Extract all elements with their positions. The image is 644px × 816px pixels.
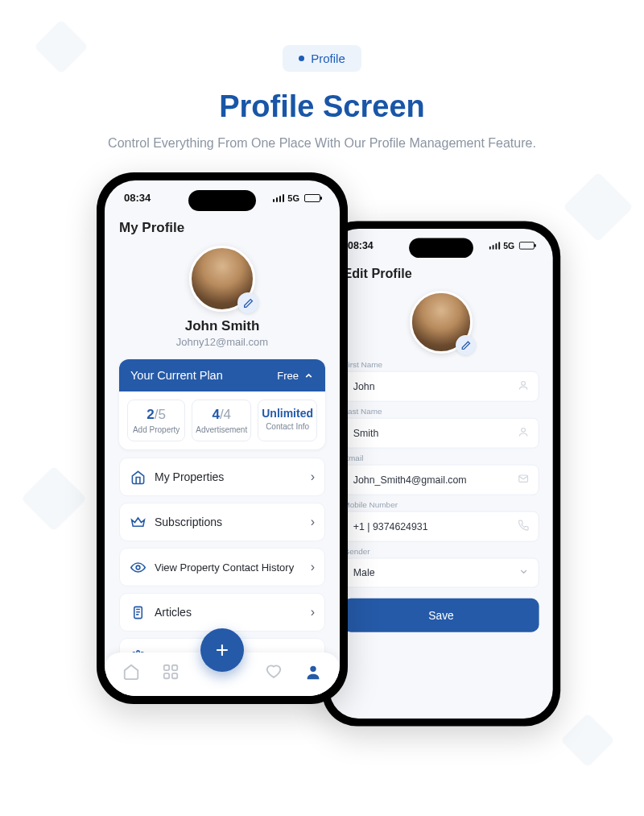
home-icon xyxy=(130,469,146,485)
plan-header[interactable]: Your Current Plan Free xyxy=(119,359,325,391)
first-name-label: First Name xyxy=(343,359,539,368)
dynamic-island xyxy=(188,190,256,211)
phone-icon xyxy=(518,520,529,533)
menu-contact-history[interactable]: View Property Contact History › xyxy=(119,548,325,586)
my-profile-title: My Profile xyxy=(119,220,325,236)
dot-icon xyxy=(299,56,304,61)
email-field[interactable]: John_Smith4@gmail.com xyxy=(343,465,539,495)
pencil-icon xyxy=(460,340,470,350)
stat-advertisement: 4/4 Advertisement xyxy=(192,400,251,441)
status-time: 08:34 xyxy=(348,239,374,251)
plan-tier: Free xyxy=(277,370,299,382)
chevron-right-icon: › xyxy=(311,560,315,574)
stat-add-property: 2/5 Add Property xyxy=(127,400,185,441)
last-name-field[interactable]: Smith xyxy=(343,418,539,449)
network-label: 5G xyxy=(287,193,299,203)
menu-subscriptions[interactable]: Subscriptions › xyxy=(119,503,325,541)
edit-profile-title: Edit Profile xyxy=(343,267,539,282)
svg-point-0 xyxy=(522,382,526,386)
eye-icon xyxy=(130,559,146,575)
svg-rect-9 xyxy=(164,673,169,678)
mobile-label: Mobile Number xyxy=(343,499,539,508)
mobile-field[interactable]: +1 | 9374624931 xyxy=(343,512,539,542)
plan-card: Your Current Plan Free 2/5 Add Property … xyxy=(119,359,325,449)
menu-articles[interactable]: Articles › xyxy=(119,593,325,632)
dynamic-island xyxy=(409,238,473,258)
crown-icon xyxy=(130,514,146,530)
phone-edit-profile: 08:34 5G Edit Profile First Name xyxy=(322,222,560,727)
plus-icon: + xyxy=(216,639,229,661)
signal-icon xyxy=(489,242,501,250)
network-label: 5G xyxy=(503,241,514,250)
mail-icon xyxy=(518,473,529,487)
email-label: Email xyxy=(343,453,539,462)
svg-rect-7 xyxy=(164,665,169,670)
nav-grid[interactable] xyxy=(161,662,180,681)
edit-avatar-button[interactable] xyxy=(237,292,258,313)
svg-point-1 xyxy=(522,428,526,432)
subtitle: Control Everything From One Place With O… xyxy=(0,134,644,153)
add-fab[interactable]: + xyxy=(200,628,244,672)
svg-rect-8 xyxy=(172,665,177,670)
chevron-right-icon: › xyxy=(311,605,315,619)
status-time: 08:34 xyxy=(124,192,151,204)
clipboard-icon xyxy=(130,604,146,620)
nav-profile[interactable] xyxy=(303,662,323,681)
svg-point-11 xyxy=(311,666,316,672)
first-name-field[interactable]: John xyxy=(343,371,539,402)
edit-avatar-button[interactable] xyxy=(456,335,476,355)
svg-point-3 xyxy=(136,565,140,570)
battery-icon xyxy=(304,194,320,202)
profile-tag: Profile xyxy=(283,45,361,72)
chevron-right-icon: › xyxy=(311,470,315,484)
stat-contact-info: Unlimited Contact Info xyxy=(258,400,317,441)
chevron-up-icon xyxy=(303,371,314,381)
last-name-label: Last Name xyxy=(343,406,539,415)
battery-icon xyxy=(519,242,535,250)
chevron-down-icon xyxy=(518,566,529,579)
gender-label: Gender xyxy=(343,546,539,555)
pencil-icon xyxy=(243,298,254,309)
user-name: John Smith xyxy=(119,318,325,334)
tag-label: Profile xyxy=(311,52,345,65)
save-button[interactable]: Save xyxy=(343,599,539,632)
user-icon xyxy=(518,426,529,440)
nav-favorites[interactable] xyxy=(264,662,283,681)
user-email: Johny12@mail.com xyxy=(119,336,325,348)
phone-my-profile: 08:34 5G My Profile John Smith Johny12@m… xyxy=(97,172,348,704)
menu-my-properties[interactable]: My Properties › xyxy=(119,458,325,496)
svg-rect-10 xyxy=(172,673,177,678)
chevron-right-icon: › xyxy=(311,515,315,529)
signal-icon xyxy=(273,194,285,202)
user-icon xyxy=(518,379,529,393)
nav-home[interactable] xyxy=(122,662,141,681)
page-title: Profile Screen xyxy=(0,89,644,124)
gender-field[interactable]: Male xyxy=(343,558,539,588)
plan-title: Your Current Plan xyxy=(130,369,223,382)
